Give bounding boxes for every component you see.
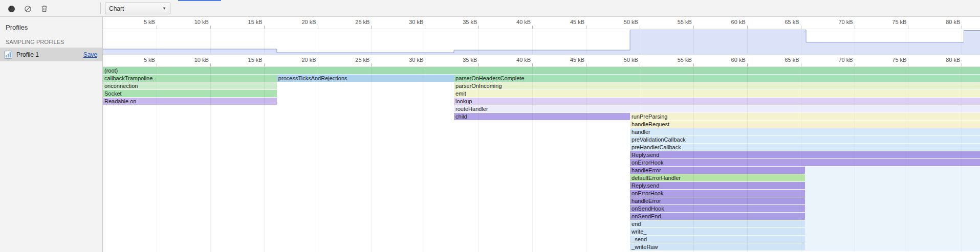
ruler-tick	[586, 63, 586, 66]
flame-bar-defaulterrorhandler[interactable]: defaultErrorHandler	[630, 174, 805, 181]
flame-bar-handleerror[interactable]: handleError	[630, 197, 805, 204]
ruler-tick-label: 75 kB	[870, 57, 906, 63]
flame-bar-handler[interactable]: handler	[630, 128, 980, 135]
ruler-tick-label: 5 kB	[119, 19, 155, 25]
allocation-overview-area	[103, 29, 980, 55]
flame-bar-handleerror[interactable]: handleError	[630, 167, 805, 174]
flame-bar-writeraw[interactable]: _writeRaw	[630, 243, 805, 250]
ruler-tick-label: 40 kB	[495, 19, 531, 25]
flame-bar-label: onErrorHook	[631, 159, 663, 166]
chart-view-select-value: Chart	[109, 5, 124, 12]
ruler-tick-label: 30 kB	[387, 19, 423, 25]
profile-name: Profile 1	[16, 51, 83, 58]
flame-bar-onerrorhook[interactable]: onErrorHook	[630, 190, 805, 197]
flame-bar-child[interactable]: child	[454, 113, 630, 120]
flame-bar-label: processTicksAndRejections	[278, 75, 347, 81]
ruler-tick	[318, 63, 318, 66]
ruler-tick-label: 70 kB	[817, 57, 853, 63]
ruler-tick-label: 10 kB	[173, 19, 209, 25]
ruler-tick	[371, 26, 372, 29]
ruler-tick-label: 50 kB	[602, 19, 638, 25]
flame-bar-label: onconnection	[104, 83, 138, 89]
ruler-tick-label: 50 kB	[602, 57, 638, 63]
flame-bar-label: lookup	[455, 98, 472, 104]
ruler-tick	[801, 63, 801, 66]
flame-bar-label: parserOnIncoming	[455, 83, 502, 89]
trash-icon	[40, 5, 48, 13]
profiles-panel-title: Profiles	[6, 24, 28, 31]
flame-bar-callbacktrampoline[interactable]: callbackTrampoline	[103, 75, 277, 82]
flame-bar-write[interactable]: write_	[630, 228, 805, 235]
flame-bar-prevalidationcallback[interactable]: preValidationCallback	[630, 136, 980, 143]
delete-profile-button[interactable]	[38, 3, 50, 15]
memory-ruler-top: 5 kB10 kB15 kB20 kB25 kB30 kB35 kB40 kB4…	[103, 17, 980, 29]
ruler-tick-label: 25 kB	[334, 57, 369, 63]
gridline	[425, 67, 425, 252]
ruler-tick	[264, 63, 265, 66]
memory-ruler-bottom: 5 kB10 kB15 kB20 kB25 kB30 kB35 kB40 kB4…	[103, 55, 980, 67]
flame-bar-root[interactable]: (root)	[103, 67, 980, 74]
flame-bar-label: child	[455, 113, 467, 120]
chart-view-select[interactable]: Chart ▼	[105, 3, 170, 14]
ruler-tick-label: 35 kB	[441, 57, 477, 63]
flame-bar-onsendend[interactable]: onSendEnd	[630, 213, 805, 220]
ruler-tick	[640, 26, 640, 29]
flame-bar-parseronheaderscomplete[interactable]: parserOnHeadersComplete	[454, 75, 980, 82]
record-icon	[8, 6, 15, 12]
flame-bar-runpreparsing[interactable]: runPreParsing	[630, 113, 980, 120]
flame-bar-send[interactable]: _send	[630, 236, 805, 243]
sampling-profiles-section-label: SAMPLING PROFILES	[6, 39, 64, 45]
sidebar-item-profile-1[interactable]: Profile 1 Save	[0, 48, 102, 61]
ruler-tick	[425, 63, 425, 66]
ruler-tick-label: 45 kB	[549, 57, 584, 63]
toolbar: Chart ▼	[0, 0, 980, 17]
flame-bar-processticksandrejections[interactable]: processTicksAndRejections	[277, 75, 454, 82]
flame-chart: (root)callbackTrampolineprocessTicksAndR…	[103, 67, 980, 252]
flame-bar-label: handleError	[631, 167, 661, 173]
flame-bar-onsendhook[interactable]: onSendHook	[630, 205, 805, 212]
allocation-overview[interactable]	[103, 29, 980, 55]
clear-icon	[24, 5, 32, 13]
flame-bar-label: preHandlerCallback	[631, 144, 681, 150]
flame-bar-prehandlercallback[interactable]: preHandlerCallback	[630, 144, 980, 151]
flame-bar-routehandler[interactable]: routeHandler	[454, 105, 980, 112]
flame-bar-label: preValidationCallback	[631, 136, 686, 143]
ruler-tick	[747, 63, 748, 66]
ruler-tick	[908, 63, 908, 66]
clear-all-button[interactable]	[21, 3, 34, 15]
ruler-tick-label: 20 kB	[280, 19, 316, 25]
ruler-tick-label: 80 kB	[924, 19, 960, 25]
heap-profiler-chart-panel: 5 kB10 kB15 kB20 kB25 kB30 kB35 kB40 kB4…	[103, 17, 980, 252]
flame-bar-label: end	[631, 221, 641, 227]
ruler-tick-label: 80 kB	[924, 57, 960, 63]
save-link[interactable]: Save	[83, 51, 97, 58]
flame-bar-onconnection[interactable]: onconnection	[103, 82, 277, 89]
flame-bar-label: Reply.send	[631, 182, 659, 189]
flame-bar-reply-send[interactable]: Reply.send	[630, 151, 980, 158]
ruler-tick-label: 60 kB	[710, 57, 746, 63]
flame-bar-handlerequest[interactable]: handleRequest	[630, 121, 980, 128]
flame-bar-onerrorhook[interactable]: onErrorHook	[630, 159, 980, 166]
flame-bar-reply-send[interactable]: Reply.send	[630, 182, 805, 189]
ruler-tick	[371, 63, 372, 66]
flame-bar-emit[interactable]: emit	[454, 90, 980, 97]
ruler-tick	[264, 26, 265, 29]
flame-bar-socket[interactable]: Socket	[103, 90, 277, 97]
ruler-tick	[640, 63, 640, 66]
record-button[interactable]	[5, 3, 17, 15]
flame-bar-readable-on[interactable]: Readable.on	[103, 98, 277, 105]
flame-bar-end[interactable]: end	[630, 220, 805, 227]
ruler-tick	[210, 26, 211, 29]
gridline	[371, 67, 372, 252]
flame-bar-label: onErrorHook	[631, 190, 663, 196]
ruler-tick	[532, 26, 533, 29]
ruler-tick	[962, 63, 962, 66]
flame-bar-lookup[interactable]: lookup	[454, 98, 980, 105]
ruler-tick	[855, 63, 855, 66]
flame-bar-parseronincoming[interactable]: parserOnIncoming	[454, 82, 980, 89]
flame-bar-label: onSendHook	[631, 205, 664, 212]
flame-bar-label: handler	[631, 129, 650, 135]
ruler-tick-label: 70 kB	[817, 19, 853, 25]
ruler-tick-label: 20 kB	[280, 57, 316, 63]
ruler-tick	[478, 63, 479, 66]
